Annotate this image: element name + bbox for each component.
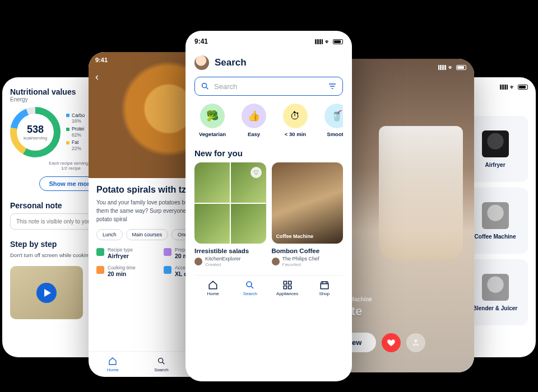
meta-value: Airfryer — [108, 253, 129, 259]
card-title: Bombon Coffee — [272, 248, 344, 254]
legend-carb-label: Carbo — [72, 113, 85, 118]
card-author: KitchenExplorer — [205, 256, 241, 262]
category-row[interactable]: 🥦Vegetarian 👍Easy ⏱< 30 min 🥤Smooth — [194, 104, 343, 137]
svg-point-6 — [247, 282, 252, 287]
avatar[interactable] — [194, 55, 209, 70]
cook-time-icon — [96, 266, 104, 274]
category-label: < 30 min — [285, 131, 306, 137]
recipe-type-icon — [96, 248, 104, 256]
step-video-thumb[interactable] — [10, 266, 83, 319]
meta-label: Cooking time — [108, 265, 136, 270]
signal-icon — [438, 65, 446, 70]
wifi-icon: ᯤ — [510, 84, 516, 90]
favorite-button[interactable] — [382, 333, 401, 352]
status-time: 9:41 — [194, 38, 208, 45]
nutrition-donut: 538 kcal/serving — [10, 107, 61, 157]
search-icon — [156, 356, 166, 366]
tab-home[interactable]: Home — [89, 356, 137, 372]
author-avatar — [272, 258, 280, 265]
heart-icon — [387, 338, 396, 347]
tab-appliances[interactable]: Appliances — [269, 280, 306, 296]
status-icons: ᯤ — [500, 84, 528, 90]
accessory-icon — [164, 266, 171, 274]
tag-chip[interactable]: Main courses — [126, 229, 169, 240]
tag-chip[interactable]: Lunch — [96, 229, 123, 240]
status-time: 9:41 — [95, 57, 108, 63]
appliance-thumb — [482, 130, 509, 157]
svg-point-5 — [202, 83, 207, 88]
drink-icon: 🥤 — [324, 104, 343, 128]
svg-rect-10 — [288, 286, 291, 289]
tab-search[interactable]: Search — [137, 356, 186, 372]
card-author: The Philips Chef — [282, 256, 319, 262]
grid-icon — [282, 280, 293, 290]
category-label: Easy — [248, 131, 260, 137]
meta-value: 20 min — [108, 270, 126, 277]
card-relation: Favorited — [282, 262, 301, 267]
kcal-value: 538 — [27, 124, 44, 136]
legend-prot-label: Protei — [72, 126, 84, 132]
tab-home[interactable]: Home — [194, 280, 231, 296]
category-smoothie[interactable]: 🥤Smooth — [319, 104, 343, 137]
battery-icon — [456, 65, 466, 70]
favorite-icon[interactable]: ♡ — [251, 167, 262, 178]
tab-shop[interactable]: Shop — [306, 280, 343, 296]
status-icons: ᯤ — [315, 39, 343, 45]
svg-rect-9 — [284, 286, 286, 289]
thumbs-up-icon: 👍 — [242, 104, 266, 128]
card-relation: Created — [205, 262, 221, 267]
tab-label: Appliances — [276, 291, 298, 296]
appliance-label: Blender & Juicer — [473, 305, 517, 311]
page-title: Search — [215, 57, 247, 68]
tab-label: Search — [154, 367, 168, 372]
collection-card[interactable]: ♡ Irresistible salads KitchenExplorerCre… — [194, 162, 266, 267]
kcal-unit: kcal/serving — [24, 136, 47, 141]
filter-button[interactable] — [328, 82, 337, 91]
svg-rect-8 — [288, 281, 291, 284]
tab-label: Shop — [319, 291, 330, 296]
collection-image — [272, 162, 344, 244]
appliance-label: Coffee Machine — [475, 234, 516, 240]
wifi-icon: ᯤ — [448, 64, 454, 71]
meta-label: Recipe type — [108, 247, 133, 253]
shop-icon — [319, 280, 330, 290]
prep-time-icon — [164, 248, 171, 256]
tab-search[interactable]: Search — [231, 280, 268, 296]
battery-icon — [518, 85, 528, 90]
svg-rect-7 — [284, 281, 286, 284]
status-bar: 9:41 ᯤ — [194, 38, 343, 45]
share-icon — [412, 339, 420, 347]
category-vegetarian[interactable]: 🥦Vegetarian — [194, 104, 230, 137]
share-button[interactable] — [406, 333, 425, 352]
tab-label: Home — [107, 367, 119, 372]
category-label: Smooth — [327, 131, 343, 137]
clock-icon: ⏱ — [283, 104, 308, 128]
legend-carb-pct: 16% — [72, 118, 85, 125]
battery-icon — [333, 39, 343, 44]
status-icons: ᯤ — [438, 64, 466, 71]
author-avatar — [194, 258, 202, 265]
wifi-icon: ᯤ — [325, 39, 331, 45]
search-input[interactable]: Search — [194, 77, 343, 96]
svg-point-0 — [159, 358, 163, 363]
signal-icon — [500, 85, 508, 90]
screen-search: 9:41 ᯤ Search Search 🥦Vegetarian 👍Easy ⏱… — [185, 31, 352, 381]
appliance-thumb — [482, 202, 509, 229]
category-under-30[interactable]: ⏱< 30 min — [277, 104, 313, 137]
card-title: Irresistible salads — [194, 248, 266, 254]
search-icon — [201, 82, 210, 91]
collection-card[interactable]: Bombon Coffee The Philips ChefFavorited — [272, 162, 344, 267]
leaf-icon: 🥦 — [200, 104, 225, 128]
home-icon — [208, 280, 218, 290]
signal-icon — [315, 39, 323, 44]
section-heading: New for you — [194, 148, 343, 158]
category-label: Vegetarian — [199, 131, 226, 137]
home-icon — [108, 356, 118, 366]
legend-fat-label: Fat — [72, 139, 78, 145]
appliance-label: Airfryer — [485, 162, 505, 168]
nutrition-legend: Carbo16% Protei62% Fat22% — [66, 112, 85, 153]
tab-bar: Home Search Appliances Shop — [194, 275, 343, 301]
legend-prot-pct: 62% — [72, 132, 85, 139]
back-button[interactable]: ‹ — [95, 71, 99, 83]
category-easy[interactable]: 👍Easy — [236, 104, 272, 137]
